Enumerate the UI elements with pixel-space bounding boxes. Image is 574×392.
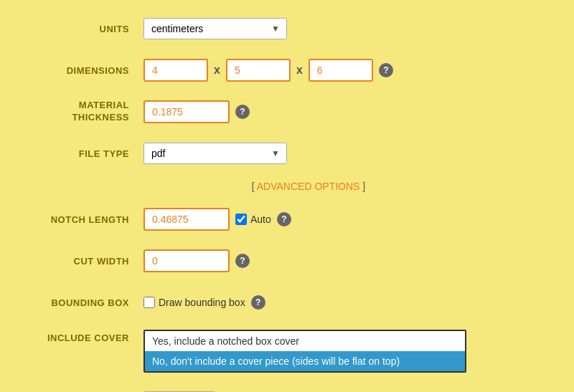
include-cover-controls: Yes, include a notched box cover No, don… [144,330,466,373]
units-select-wrapper: centimeters inches millimeters [144,18,287,39]
notch-auto-checkbox[interactable] [235,214,247,225]
advanced-bracket-close: ] [362,181,365,192]
bounding-box-checkbox[interactable] [144,297,155,308]
cut-width-row: CUT WIDTH ? [29,247,474,275]
material-thickness-row: MATERIAL THICKNESS ? [29,97,474,126]
include-cover-option-no[interactable]: No, don't include a cover piece (sides w… [145,351,465,371]
bounding-box-help-icon[interactable]: ? [251,295,265,310]
units-label: UNITS [29,24,144,34]
file-type-label: FILE TYPE [29,148,144,159]
cut-width-help-icon[interactable]: ? [235,254,250,268]
design-button-container: Design It! [29,386,474,392]
x-separator-1: x [214,64,220,77]
main-form: UNITS centimeters inches millimeters DIM… [0,0,502,392]
material-thickness-label: MATERIAL THICKNESS [29,100,144,124]
units-select[interactable]: centimeters inches millimeters [144,18,287,39]
x-separator-2: x [296,64,303,77]
dimension-2-input[interactable] [226,59,291,82]
cut-width-label: CUT WIDTH [29,256,144,267]
advanced-bracket-open: [ [252,181,255,192]
units-row: UNITS centimeters inches millimeters [29,14,474,43]
file-type-select[interactable]: pdf svg dxf [144,143,287,164]
dimensions-help-icon[interactable]: ? [379,63,393,77]
include-cover-option-yes[interactable]: Yes, include a notched box cover [145,331,465,351]
cut-width-input[interactable] [144,249,230,272]
material-thickness-controls: ? [144,100,250,123]
bounding-box-controls: Draw bounding box ? [144,295,265,310]
notch-length-help-icon[interactable]: ? [277,212,291,226]
dimensions-label: DIMENSIONS [29,65,144,76]
bounding-box-label: BOUNDING BOX [29,297,144,308]
dimensions-controls: x x ? [144,59,393,82]
advanced-options-section: [ ADVANCED OPTIONS ] [144,181,474,192]
file-type-controls: pdf svg dxf [144,143,287,164]
notch-length-controls: Auto ? [144,208,291,231]
notch-length-input[interactable] [144,208,230,231]
file-type-select-wrapper: pdf svg dxf [144,143,287,164]
cut-width-controls: ? [144,249,250,272]
units-controls: centimeters inches millimeters [144,18,287,39]
dimensions-row: DIMENSIONS x x ? [29,56,474,85]
bounding-box-checkbox-label: Draw bounding box [144,297,245,308]
advanced-options-link[interactable]: ADVANCED OPTIONS [257,181,360,192]
material-thickness-input[interactable] [144,100,230,123]
notch-length-label: NOTCH LENGTH [29,214,144,225]
bounding-box-row: BOUNDING BOX Draw bounding box ? [29,288,474,317]
include-cover-label: INCLUDE COVER [29,330,144,343]
material-thickness-help-icon[interactable]: ? [235,105,250,119]
notch-auto-label: Auto [235,214,271,225]
file-type-row: FILE TYPE pdf svg dxf [29,139,474,168]
include-cover-row: INCLUDE COVER Yes, include a notched box… [29,330,474,373]
notch-length-row: NOTCH LENGTH Auto ? [29,205,474,234]
dimension-1-input[interactable] [144,59,208,82]
include-cover-listbox: Yes, include a notched box cover No, don… [144,330,466,373]
dimension-3-input[interactable] [309,59,373,82]
